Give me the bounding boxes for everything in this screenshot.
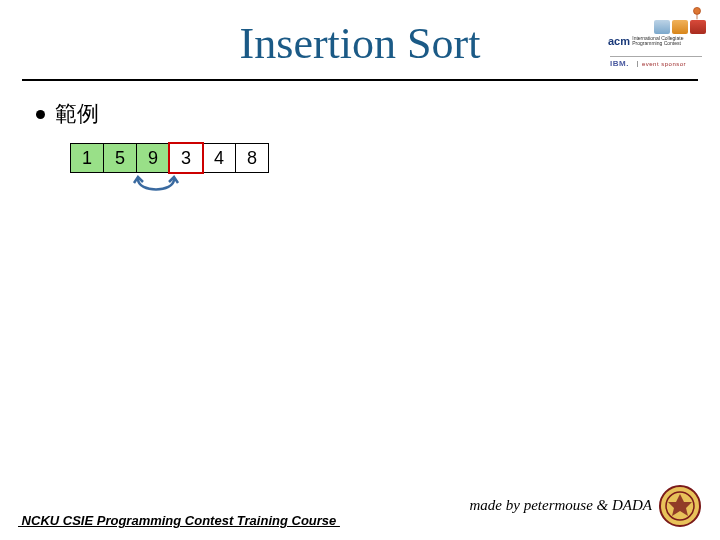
bullet-example: 範例 (36, 99, 684, 129)
top-right-logos: acm International CollegiateProgramming … (608, 6, 710, 68)
array-cell-current: 3 (169, 143, 203, 173)
slide-footer: NCKU CSIE Programming Contest Training C… (0, 484, 720, 528)
example-label: 範例 (55, 99, 99, 129)
ibm-sponsor-text: IBM.event sponsor (610, 56, 702, 68)
color-boxes-icon (654, 20, 706, 34)
array-cell: 9 (136, 143, 170, 173)
acm-logo-text: acm International CollegiateProgramming … (608, 36, 683, 47)
array-cell: 5 (103, 143, 137, 173)
footer-credit: made by petermouse & DADA (470, 497, 652, 514)
array-cell: 4 (202, 143, 236, 173)
footer-course-name: NCKU CSIE Programming Contest Training C… (18, 513, 340, 528)
svg-point-0 (694, 7, 701, 14)
slide-content: 範例 1 5 9 3 4 8 (0, 81, 720, 199)
university-seal-icon (658, 484, 702, 528)
array-cell: 1 (70, 143, 104, 173)
balloon-icon (690, 6, 704, 20)
swap-arrow-icon (132, 175, 180, 199)
array-cell: 8 (235, 143, 269, 173)
bullet-dot-icon (36, 110, 45, 119)
array-visualization: 1 5 9 3 4 8 (70, 143, 684, 173)
